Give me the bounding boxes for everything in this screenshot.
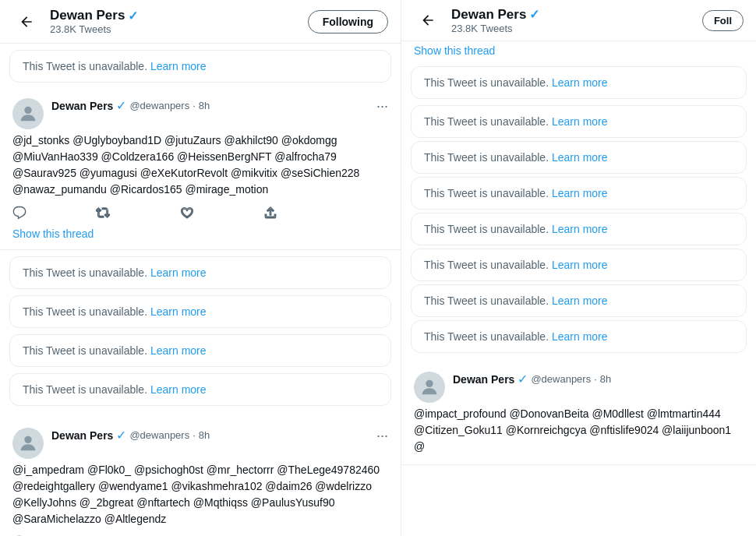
avatar-1 — [12, 98, 44, 129]
learn-more-link[interactable]: Learn more — [150, 383, 207, 396]
unavailable-card-r4: This Tweet is unavailable. Learn more — [411, 213, 747, 245]
tweet-time-1: 8h — [199, 100, 210, 111]
learn-more-link[interactable]: Learn more — [150, 344, 207, 357]
learn-more-link[interactable]: Learn more — [552, 294, 608, 307]
tweet-header-2: Dewan Pers ✓ @dewanpers · 8h ··· — [12, 428, 388, 459]
header-title: Dewan Pers ✓ 23.8K Tweets — [50, 8, 308, 35]
tweet-more-2[interactable]: ··· — [376, 428, 388, 443]
retweet-button-1[interactable] — [96, 206, 110, 220]
unavailable-card-r0: This Tweet is unavailable. Learn more — [411, 66, 747, 99]
right-verified-icon: ✓ — [529, 7, 539, 22]
back-button[interactable] — [12, 8, 41, 36]
learn-more-link[interactable]: Learn more — [552, 259, 608, 271]
avatar-2 — [12, 428, 44, 459]
like-button-1[interactable] — [180, 206, 194, 220]
tweet-time-right-3: 8h — [600, 373, 611, 385]
tweet-body-2: @i_ampedram @Fl0k0_ @psichogh0st @mr_hec… — [12, 462, 388, 527]
right-show-thread[interactable]: Show this thread — [401, 41, 756, 63]
unavailable-card-r6: This Tweet is unavailable. Learn more — [411, 284, 747, 317]
learn-more-link[interactable]: Learn more — [552, 223, 608, 235]
learn-more-link[interactable]: Learn more — [552, 151, 608, 164]
tweet-meta-right-3: Dewan Pers ✓ @dewanpers · 8h — [453, 372, 744, 386]
unavailable-card-l4: This Tweet is unavailable. Learn more — [9, 373, 391, 406]
avatar-right-3 — [414, 372, 445, 403]
profile-name: Dewan Pers ✓ — [50, 8, 308, 23]
unavailable-card-r3: This Tweet is unavailable. Learn more — [411, 177, 747, 210]
unavailable-card-r7: This Tweet is unavailable. Learn more — [411, 320, 747, 353]
tweet-header-right-3: Dewan Pers ✓ @dewanpers · 8h — [414, 372, 744, 403]
tweet-time-2: 8h — [199, 429, 210, 441]
tweet-verified-right-3: ✓ — [518, 372, 528, 386]
tweet-card-1: Dewan Pers ✓ @dewanpers · 8h ··· @jd_sto… — [0, 89, 401, 250]
tweet-body-right-3: @impact_profound @DonovanBeita @M0dllest… — [414, 406, 744, 455]
svg-point-2 — [426, 380, 433, 387]
unavailable-card-r1: This Tweet is unavailable. Learn more — [411, 105, 747, 138]
tweet-author-1: Dewan Pers — [51, 100, 113, 112]
right-tweets-count: 23.8K Tweets — [451, 23, 702, 34]
right-header: Dewan Pers ✓ 23.8K Tweets Foll — [401, 0, 756, 41]
tweet-meta-2: Dewan Pers ✓ @dewanpers · 8h ··· — [51, 428, 388, 443]
share-button-1[interactable] — [263, 206, 277, 220]
right-panel: Dewan Pers ✓ 23.8K Tweets Foll Show this… — [401, 0, 756, 536]
learn-more-link[interactable]: Learn more — [552, 187, 608, 199]
left-header: Dewan Pers ✓ 23.8K Tweets Following — [0, 0, 401, 44]
tweet-card-2: Dewan Pers ✓ @dewanpers · 8h ··· @i_ampe… — [0, 418, 401, 536]
right-back-button[interactable] — [414, 6, 442, 34]
learn-more-link[interactable]: Learn more — [150, 305, 207, 318]
tweet-handle-right-3: @dewanpers — [531, 373, 591, 385]
left-panel: Dewan Pers ✓ 23.8K Tweets Following This… — [0, 0, 401, 536]
svg-point-0 — [24, 107, 31, 114]
reply-button-1[interactable] — [12, 206, 26, 220]
unavailable-card-l1: This Tweet is unavailable. Learn more — [9, 256, 391, 289]
tweets-count: 23.8K Tweets — [50, 23, 308, 35]
tweet-header-1: Dewan Pers ✓ @dewanpers · 8h ··· — [12, 98, 388, 129]
tweet-author-right-3: Dewan Pers — [453, 373, 514, 386]
tweet-handle-2: @dewanpers — [129, 429, 189, 441]
unavailable-card-l3: This Tweet is unavailable. Learn more — [9, 334, 391, 367]
following-button[interactable]: Following — [308, 10, 388, 34]
tweet-verified-2: ✓ — [116, 428, 126, 443]
unavailable-card-l2: This Tweet is unavailable. Learn more — [9, 295, 391, 328]
show-thread-1[interactable]: Show this thread — [12, 227, 388, 240]
unavailable-card-r2: This Tweet is unavailable. Learn more — [411, 141, 747, 174]
right-follow-button[interactable]: Foll — [702, 10, 744, 31]
learn-more-link[interactable]: Learn more — [552, 330, 608, 343]
svg-point-1 — [24, 436, 31, 443]
unavailable-cards-left: This Tweet is unavailable. Learn more Th… — [0, 250, 401, 412]
tweet-handle-1: @dewanpers — [129, 100, 189, 111]
tweet-card-right-3: Dewan Pers ✓ @dewanpers · 8h @impact_pro… — [401, 362, 756, 465]
tweet-more-1[interactable]: ··· — [376, 99, 388, 113]
unavailable-card-top-left: This Tweet is unavailable. Learn more — [9, 50, 391, 83]
tweet-body-1: @jd_stonks @Uglyboyband1D @jutuZaurs @ak… — [12, 132, 388, 198]
learn-more-link[interactable]: Learn more — [150, 60, 207, 72]
tweet-author-2: Dewan Pers — [51, 429, 113, 442]
tweet-actions-1 — [12, 206, 277, 220]
verified-icon: ✓ — [128, 9, 138, 23]
unavailable-card-r5: This Tweet is unavailable. Learn more — [411, 249, 747, 281]
right-header-title: Dewan Pers ✓ 23.8K Tweets — [451, 7, 702, 34]
right-profile-name: Dewan Pers ✓ — [451, 7, 702, 23]
unavailable-cards-right: This Tweet is unavailable. Learn more Th… — [401, 102, 756, 356]
learn-more-link[interactable]: Learn more — [552, 76, 608, 89]
tweet-meta-1: Dewan Pers ✓ @dewanpers · 8h ··· — [51, 98, 388, 113]
tweet-verified-1: ✓ — [116, 98, 126, 113]
learn-more-link[interactable]: Learn more — [552, 115, 608, 128]
learn-more-link[interactable]: Learn more — [150, 266, 207, 279]
